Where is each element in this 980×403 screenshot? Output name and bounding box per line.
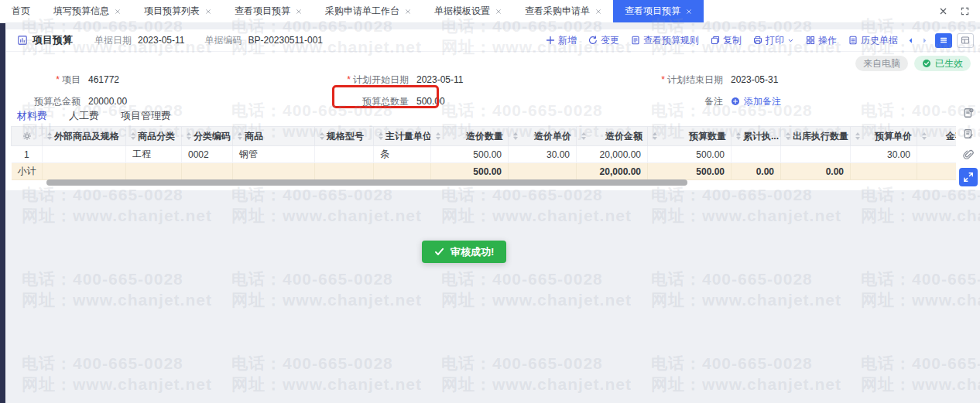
sort-icon[interactable] [736,132,741,140]
tab-label: 首页 [12,5,30,18]
view-card-toggle[interactable] [957,33,974,48]
doc-note-icon[interactable] [961,105,976,121]
table-row: 1工程0002钢管条500.0030.0020,000.00500.0030.0… [12,146,979,163]
doc-type-chip[interactable]: 项目预算 [17,33,73,47]
sort-icon[interactable] [47,132,52,140]
watermark-text: 电话：400-665-0028网址：www.chanjet.net [441,184,632,226]
cost-tab-项目管理费[interactable]: 项目管理费 [121,109,171,128]
tab-bar-controls [928,0,980,22]
cell [43,146,126,163]
tab-项目预算列表[interactable]: 项目预算列表 [132,0,223,22]
toolbar-button-复制[interactable]: 复制 [706,34,746,47]
sort-icon[interactable] [379,132,383,140]
required-star: * [661,74,665,85]
toolbar-button-历史单据[interactable]: 历史单据 [844,34,903,47]
sort-icon[interactable] [855,132,860,140]
sort-icon[interactable] [238,132,242,140]
total-amount-value: 20000.00 [88,96,127,107]
toolbar-button-变更[interactable]: 变更 [584,34,624,47]
grid-icon [806,36,815,45]
column-header-造价单价: 造价单价 [509,127,577,146]
add-remark-link[interactable]: 添加备注 [731,95,781,108]
sort-icon[interactable] [581,132,586,140]
toolbar-button-查看预算规则[interactable]: 查看预算规则 [626,34,704,47]
caret-down-icon [787,37,794,44]
column-label: 商品分类 [138,130,175,143]
tab-查看采购申请单[interactable]: 查看采购申请单 [513,0,613,22]
cost-tab-材料费[interactable]: 材料费 [17,109,47,128]
sort-icon[interactable] [187,132,191,140]
cell: 小计 [12,163,43,180]
horizontal-scrollbar[interactable] [46,179,687,186]
success-toast: 审核成功! [422,241,506,263]
tab-查看项目预算[interactable]: 查看项目预算 [613,0,704,22]
printer-icon [753,36,762,45]
cost-tabs: 材料费人工费项目管理费 [17,109,171,128]
doc-code: 单据编码 BP-20230511-001 [205,34,324,47]
toolbar-button-操作[interactable]: 操作 [801,34,841,47]
badge-row: 来自电脑 已生效 [855,56,971,71]
cell [315,146,374,163]
column-header-settings[interactable] [12,127,43,146]
annotation-box [332,85,439,108]
column-header-商品分类: 商品分类 [126,127,182,146]
table-header-row: 外部商品及规格商品分类分类编码商品规格型号主计量单位造价数量造价单价造价金额预算… [12,127,979,146]
sort-icon[interactable] [922,132,927,140]
sort-icon[interactable] [131,132,135,140]
doc-toolbar: 新增变更查看预算规则复制打印操作历史单据 [541,33,980,48]
sort-icon[interactable] [653,132,657,140]
attachment-icon[interactable] [961,147,976,162]
tab-close-icon[interactable] [115,9,121,15]
start-date-value: 2023-05-11 [416,74,464,85]
watermark-text: 电话：400-665-0028网址：www.chanjet.net [441,268,632,310]
column-label: 主计量单位 [385,130,431,143]
column-header-规格型号: 规格型号 [315,127,374,146]
tab-采购申请单工作台[interactable]: 采购申请单工作台 [314,0,423,22]
watermark-text: 电话：400-665-0028网址：www.chanjet.net [22,184,212,226]
close-icon[interactable] [939,7,947,15]
toolbar-button-新增[interactable]: 新增 [541,34,581,47]
tab-查看项目预算[interactable]: 查看项目预算 [223,0,314,22]
sort-icon[interactable] [436,132,440,140]
tab-close-icon[interactable] [595,9,601,15]
cell [732,146,781,163]
tab-close-icon[interactable] [686,9,692,15]
sort-icon[interactable] [786,132,790,140]
field-total-amount: 预算总金额 20000.00 [17,94,127,108]
doc-edit-icon[interactable] [961,126,976,142]
tab-close-icon[interactable] [495,9,502,15]
toolbar-button-打印[interactable]: 打印 [749,34,799,47]
cell: 30.00 [851,146,917,163]
project-value: 461772 [88,74,119,85]
sort-icon[interactable] [320,132,324,140]
cell: 500.00 [431,146,509,163]
side-panel [956,104,980,190]
column-label: 出库执行数量 [793,130,848,143]
cell [509,163,577,180]
doc-title: 项目预算 [33,33,73,47]
watermark-text: 电话：400-665-0028网址：www.chanjet.net [231,268,422,310]
fullscreen-icon[interactable] [961,7,969,15]
status-badge: 已生效 [914,56,971,71]
tab-close-icon[interactable] [405,9,411,15]
watermark-text: 电话：400-665-0028网址：www.chanjet.net [441,353,632,394]
tab-填写预算信息[interactable]: 填写预算信息 [42,0,132,22]
column-label: 外部商品及规格 [54,130,119,143]
expand-icon[interactable] [959,168,978,186]
tab-close-icon[interactable] [296,9,302,15]
watermark-text: 电话：400-665-0028网址：www.chanjet.net [231,353,422,394]
sort-icon[interactable] [513,132,518,140]
pager-prev-icon[interactable] [905,36,917,45]
cost-tab-人工费[interactable]: 人工费 [69,109,99,128]
pager-next-icon[interactable] [919,36,930,45]
tab-首页[interactable]: 首页 [0,0,42,22]
collapsed-sidebar[interactable] [0,23,5,403]
tab-label: 查看项目预算 [625,5,680,18]
watermark-text: 电话：400-665-0028网址：www.chanjet.net [651,184,841,226]
tab-bar: 首页填写预算信息项目预算列表查看项目预算采购申请单工作台单据模板设置查看采购申请… [0,0,980,23]
gear-icon[interactable] [22,131,32,141]
tab-close-icon[interactable] [205,9,211,15]
cell: 条 [374,146,431,163]
view-list-toggle[interactable] [935,33,952,48]
tab-单据模板设置[interactable]: 单据模板设置 [423,0,513,22]
